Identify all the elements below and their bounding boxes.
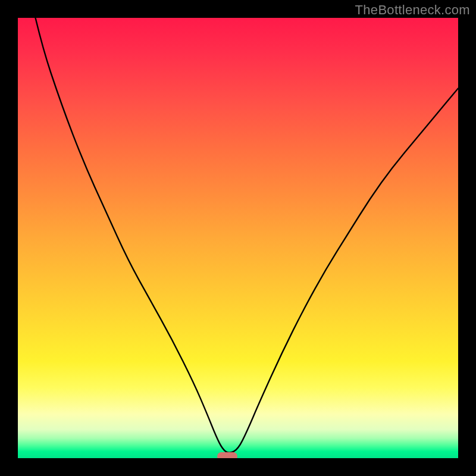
bottleneck-curve (18, 18, 458, 458)
minimum-marker (217, 452, 237, 458)
plot-area (18, 18, 458, 458)
watermark-text: TheBottleneck.com (355, 2, 470, 18)
chart-frame: TheBottleneck.com (0, 0, 476, 476)
